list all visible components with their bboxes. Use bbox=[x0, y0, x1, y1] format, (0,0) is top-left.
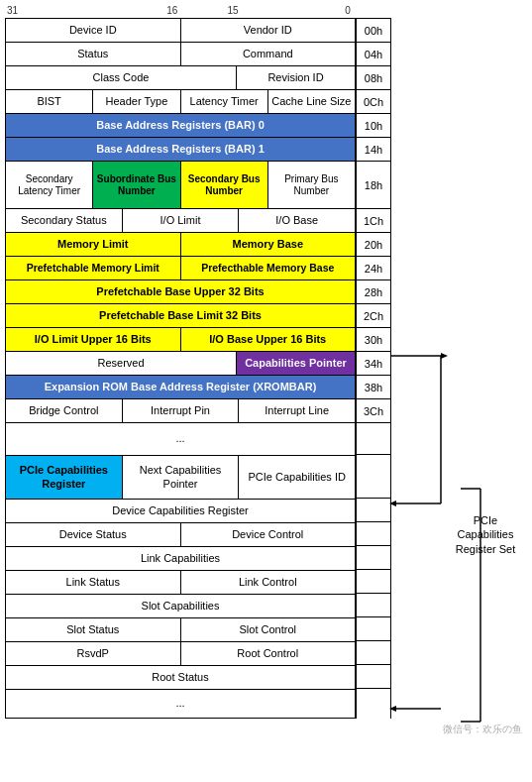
addr-34h: 34h bbox=[357, 352, 390, 376]
status-cell: Status bbox=[6, 43, 181, 65]
addr-rsvdp bbox=[357, 641, 390, 665]
bit-15-label: 15 bbox=[227, 5, 240, 16]
io-base-upper-cell: I/O Base Upper 16 Bits bbox=[181, 328, 356, 351]
memory-limit-cell: Memory Limit bbox=[6, 233, 181, 256]
link-status-cell: Link Status bbox=[6, 571, 181, 594]
watermark: 微信号：欢乐の鱼 bbox=[5, 723, 532, 736]
secondary-status-cell: Secondary Status bbox=[6, 209, 123, 232]
root-control-cell: Root Control bbox=[181, 642, 356, 665]
table-row: Expansion ROM Base Address Register (XRO… bbox=[6, 376, 355, 399]
io-limit-cell: I/O Limit bbox=[123, 209, 240, 232]
arrows-svg bbox=[391, 18, 527, 719]
table-row: Bridge Control Interrupt Pin Interrupt L… bbox=[6, 399, 355, 423]
table-row: I/O Limit Upper 16 Bits I/O Base Upper 1… bbox=[6, 328, 355, 352]
addr-20h: 20h bbox=[357, 233, 390, 257]
addr-28h: 28h bbox=[357, 280, 390, 304]
addr-30h: 30h bbox=[357, 328, 390, 352]
slot-control-cell: Slot Control bbox=[181, 618, 356, 641]
pcie-cap-reg-cell: PCIe Capabilities Register bbox=[6, 456, 123, 499]
rsvdp-cell: RsvdP bbox=[6, 642, 181, 665]
table-row: Secondary Latency Timer Subordinate Bus … bbox=[6, 162, 355, 209]
table-row: Base Address Registers (BAR) 0 bbox=[6, 114, 355, 138]
table-row: Device Status Device Control bbox=[6, 523, 355, 547]
addr-3ch: 3Ch bbox=[357, 399, 390, 423]
expansion-rom-cell: Expansion ROM Base Address Register (XRO… bbox=[6, 376, 355, 398]
vendor-id-cell: Vendor ID bbox=[181, 19, 356, 42]
addr-link-status bbox=[357, 570, 390, 594]
table-row: Slot Capabilities bbox=[6, 595, 355, 618]
table-row: Device Capabilities Register bbox=[6, 500, 355, 523]
bar0-cell: Base Address Registers (BAR) 0 bbox=[6, 114, 355, 137]
addr-38h: 38h bbox=[357, 376, 390, 399]
addr-18h: 18h bbox=[357, 162, 390, 209]
prefetch-mem-base-cell: Prefecthable Memory Base bbox=[181, 257, 356, 279]
primary-bus-cell: Primary Bus Number bbox=[268, 162, 355, 208]
reserved-cell: Reserved bbox=[6, 352, 237, 375]
prefetch-upper-32-cell: Prefetchable Base Upper 32 Bits bbox=[6, 280, 355, 303]
prefetch-mem-limit-cell: Prefetchable Memory Limit bbox=[6, 257, 181, 279]
pcie-reg-set-label: PCIe Capabilities Register Set bbox=[446, 513, 525, 556]
io-limit-upper-cell: I/O Limit Upper 16 Bits bbox=[6, 328, 181, 351]
class-code-cell: Class Code bbox=[6, 66, 237, 89]
addr-link-cap bbox=[357, 546, 390, 570]
addr-08h: 08h bbox=[357, 66, 390, 90]
addr-empty-1 bbox=[357, 423, 390, 455]
table-row: Link Capabilities bbox=[6, 547, 355, 571]
right-side-panel: PCIe Capabilities Register Set bbox=[391, 18, 527, 719]
header-type-cell: Header Type bbox=[93, 90, 180, 113]
table-row: PCIe Capabilities Register Next Capabili… bbox=[6, 456, 355, 500]
table-row: Prefetchable Base Upper 32 Bits bbox=[6, 280, 355, 304]
addr-dev-status bbox=[357, 522, 390, 546]
bit-0-label: 0 bbox=[241, 5, 353, 16]
secondary-latency-timer-cell: Secondary Latency Timer bbox=[6, 162, 93, 208]
bist-cell: BIST bbox=[6, 90, 93, 113]
addr-empty-end bbox=[357, 689, 390, 717]
addr-pcie bbox=[357, 455, 390, 499]
bar1-cell: Base Address Registers (BAR) 1 bbox=[6, 138, 355, 161]
latency-timer-cell: Latency Timer bbox=[181, 90, 268, 113]
table-row: Prefetchable Base Limit 32 Bits bbox=[6, 304, 355, 328]
table-row: Slot Status Slot Control bbox=[6, 618, 355, 642]
addr-10h: 10h bbox=[357, 114, 390, 138]
interrupt-line-cell: Interrupt Line bbox=[239, 399, 355, 422]
table-row: Root Status bbox=[6, 666, 355, 690]
addr-2ch: 2Ch bbox=[357, 304, 390, 328]
bit-31-label: 31 bbox=[5, 5, 117, 16]
prefetch-limit-32-cell: Prefetchable Base Limit 32 Bits bbox=[6, 304, 355, 327]
table-row: Secondary Status I/O Limit I/O Base bbox=[6, 209, 355, 233]
interrupt-pin-cell: Interrupt Pin bbox=[123, 399, 240, 422]
device-cap-reg-cell: Device Capabilities Register bbox=[6, 500, 355, 522]
next-cap-ptr-cell: Next Capabilities Pointer bbox=[123, 456, 240, 499]
addr-root-status bbox=[357, 665, 390, 689]
dots-row-1: ... bbox=[6, 423, 355, 455]
table-row: ... bbox=[6, 423, 355, 456]
capabilities-pointer-cell: Capabilities Pointer bbox=[237, 352, 355, 375]
table-row: RsvdP Root Control bbox=[6, 642, 355, 666]
address-column: 00h 04h 08h 0Ch 10h 14h 18h 1Ch 20h 24h … bbox=[356, 18, 391, 719]
table-row: Memory Limit Memory Base bbox=[6, 233, 355, 257]
dots-row-2: ... bbox=[6, 690, 355, 718]
addr-dev-cap bbox=[357, 499, 390, 522]
link-control-cell: Link Control bbox=[181, 571, 356, 594]
io-base-cell: I/O Base bbox=[239, 209, 355, 232]
secondary-bus-cell: Secondary Bus Number bbox=[181, 162, 268, 208]
device-control-cell: Device Control bbox=[181, 523, 356, 546]
table-row: Prefetchable Memory Limit Prefecthable M… bbox=[6, 257, 355, 280]
svg-marker-1 bbox=[441, 353, 448, 359]
addr-04h: 04h bbox=[357, 43, 390, 66]
table-row: Class Code Revision ID bbox=[6, 66, 355, 90]
svg-marker-6 bbox=[389, 706, 396, 712]
table-row: Base Address Registers (BAR) 1 bbox=[6, 138, 355, 162]
cache-line-cell: Cache Line Size bbox=[268, 90, 355, 113]
bridge-control-cell: Bridge Control bbox=[6, 399, 123, 422]
addr-24h: 24h bbox=[357, 257, 390, 280]
addr-14h: 14h bbox=[357, 138, 390, 162]
addr-0ch: 0Ch bbox=[357, 90, 390, 114]
table-row: BIST Header Type Latency Timer Cache Lin… bbox=[6, 90, 355, 114]
addr-00h: 00h bbox=[357, 19, 390, 43]
slot-cap-cell: Slot Capabilities bbox=[6, 595, 355, 617]
table-row: Reserved Capabilities Pointer bbox=[6, 352, 355, 376]
svg-marker-4 bbox=[389, 501, 396, 506]
link-cap-cell: Link Capabilities bbox=[6, 547, 355, 570]
table-row: Status Command bbox=[6, 43, 355, 66]
